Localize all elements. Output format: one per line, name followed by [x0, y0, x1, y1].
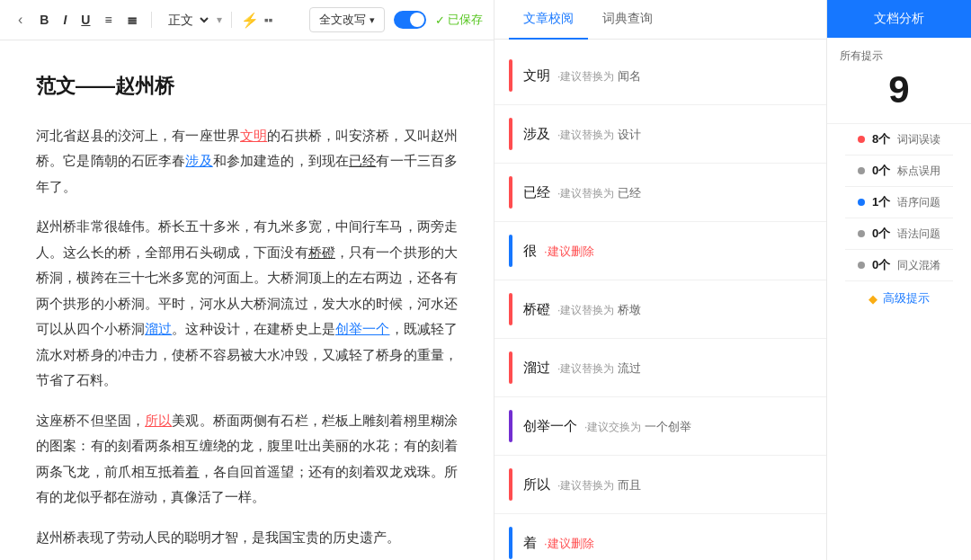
correction-item-liuguo[interactable]: 溜过 ·建议替换为 流过 [494, 339, 826, 397]
word-label: 桥磴 [523, 301, 550, 316]
divider1 [151, 12, 152, 28]
style-select[interactable]: 正文 [161, 9, 211, 31]
correction-item-suoyi[interactable]: 所以 ·建议替换为 而且 [494, 456, 826, 514]
word-chuangju[interactable]: 创举一个 [335, 321, 390, 336]
label-5: 同义混淆 [897, 258, 940, 273]
advanced-label: 高级提示 [883, 290, 930, 307]
stats-item-语法问题: 0个 语法问题 [845, 218, 953, 250]
dot-red-1 [858, 136, 865, 143]
bar-wenming [509, 59, 512, 92]
italic-button[interactable]: I [58, 10, 71, 30]
toggle-switch[interactable] [394, 11, 426, 29]
divider2 [231, 12, 232, 28]
suggest-value: 闻名 [618, 69, 641, 83]
label-2: 标点误用 [897, 164, 940, 179]
suggest-value: 而且 [618, 478, 641, 492]
tab-correction[interactable]: 文章校阅 [509, 0, 588, 40]
suggest-label: ·建议替换为 [557, 187, 614, 200]
word-yijing: 已经 [349, 153, 376, 168]
suggest-label: ·建议删除 [544, 537, 594, 550]
correction-item-chuangju[interactable]: 创举一个 ·建议交换为 一个创举 [494, 397, 826, 456]
word-liuguo[interactable]: 溜过 [145, 321, 172, 336]
word-label: 创举一个 [523, 418, 577, 433]
count-2: 0个 [872, 163, 890, 179]
underline-button[interactable]: U [76, 10, 94, 30]
word-sheji[interactable]: 涉及 [185, 153, 212, 168]
dot-blue-3 [858, 199, 865, 206]
article-para3: 这座桥不但坚固，所以美观。桥面两侧有石栏，栏板上雕刻着栩里糊涂的图案：有的刻看两… [36, 408, 458, 511]
word-label: 溜过 [523, 360, 550, 375]
suggest-label: ·建议替换为 [557, 129, 614, 141]
more-icon[interactable]: ▪▪ [264, 13, 273, 27]
lightning-icon[interactable]: ⚡ [241, 12, 259, 29]
tab-dictionary[interactable]: 词典查询 [588, 0, 667, 40]
full-rewrite-button[interactable]: 全文改写 ▾ [309, 7, 385, 32]
bar-suoyi [509, 468, 512, 501]
correction-item-sheji[interactable]: 涉及 ·建议替换为 设计 [494, 105, 826, 164]
stats-item-标点误用: 0个 标点误用 [845, 156, 953, 187]
suggest-label: ·建议交换为 [584, 421, 641, 433]
count-1: 8个 [872, 131, 890, 147]
stats-item-同义混淆: 0个 同义混淆 [845, 250, 953, 281]
suggest-value: 已经 [618, 186, 641, 200]
label-3: 语序问题 [897, 195, 940, 210]
bar-sheji [509, 118, 512, 150]
correction-item-yijing[interactable]: 已经 ·建议替换为 已经 [494, 164, 826, 222]
correction-item-qiaodun[interactable]: 桥磴 ·建议替换为 桥墩 [494, 280, 826, 339]
total-count: 9 [840, 67, 958, 112]
suggest-value: 桥墩 [618, 303, 641, 316]
stats-item-词词误读: 8个 词词误读 [845, 124, 953, 156]
word-suoyi[interactable]: 所以 [145, 413, 172, 428]
list1-button[interactable]: ≡ [100, 10, 116, 30]
article-para2: 赵州桥非常很雄伟。桥长五十多米，有九米多宽，中间行车马，两旁走人。这么长的桥，全… [36, 214, 458, 394]
word-zhe: 着 [185, 464, 199, 479]
stats-item-语序问题: 1个 语序问题 [845, 187, 953, 218]
all-hints-section: 所有提示 9 [827, 38, 971, 124]
word-label: 涉及 [523, 126, 550, 141]
dropdown-arrow: ▾ [370, 14, 375, 26]
word-label: 很 [523, 243, 537, 258]
correction-item-zhe[interactable]: 着 ·建议删除 [494, 514, 826, 560]
article-para4: 赵州桥表现了劳动人民的聪明才智，是我国宝贵的历史遗产。 [36, 525, 458, 551]
suggest-value: 设计 [618, 128, 641, 141]
list2-button[interactable]: ≣ [122, 10, 142, 30]
correction-item-wenming[interactable]: 文明 ·建议替换为 闻名 [494, 47, 826, 105]
suggest-label: ·建议替换为 [557, 479, 614, 492]
bold-button[interactable]: B [35, 10, 53, 30]
saved-status: ✓ 已保存 [435, 12, 483, 28]
suggest-label: ·建议替换为 [557, 362, 614, 375]
full-rewrite-label: 全文改写 [319, 12, 366, 28]
bar-zhe [509, 527, 512, 559]
correction-item-hen[interactable]: 很 ·建议删除 [494, 222, 826, 280]
word-wenming[interactable]: 文明 [240, 128, 267, 143]
suggest-value: 流过 [618, 361, 641, 375]
style-dropdown-icon[interactable]: ▾ [217, 13, 222, 26]
editor-content[interactable]: 范文——赵州桥 河北省赵县的洨河上，有一座世界文明的石拱桥，叫安济桥，又叫赵州桥… [0, 40, 494, 560]
bar-hen [509, 235, 512, 267]
correction-panel: 文章校阅 词典查询 文明 ·建议替换为 闻名 涉及 ·建议替换为 设计 已经 · [494, 0, 827, 560]
bar-chuangju [509, 410, 512, 442]
count-5: 0个 [872, 257, 890, 273]
advanced-hints-button[interactable]: ◆ 高级提示 [856, 281, 942, 316]
dot-grey-5 [858, 262, 865, 269]
count-3: 1个 [872, 194, 890, 210]
word-label: 所以 [523, 476, 550, 492]
bar-qiaodun [509, 293, 512, 325]
all-hints-label: 所有提示 [840, 49, 958, 64]
editor-panel: ‹ B I U ≡ ≣ 正文 ▾ ⚡ ▪▪ 全文改写 ▾ ✓ 已保存 范文——赵… [0, 0, 494, 560]
article-para1: 河北省赵县的洨河上，有一座世界文明的石拱桥，叫安济桥，又叫赵州桥。它是隋朝的石匠… [36, 123, 458, 200]
word-label: 文明 [523, 67, 550, 83]
toolbar-right: 全文改写 ▾ ✓ 已保存 [309, 7, 483, 32]
back-button[interactable]: ‹ [11, 8, 30, 31]
suggest-label: ·建议替换为 [557, 304, 614, 316]
document-analysis-button[interactable]: 文档分析 [827, 0, 971, 38]
suggest-label: ·建议删除 [544, 244, 594, 258]
suggest-label: ·建议替换为 [557, 70, 614, 83]
bar-liuguo [509, 351, 512, 384]
correction-tabs: 文章校阅 词典查询 [494, 0, 826, 40]
word-label: 已经 [523, 184, 550, 200]
diamond-icon: ◆ [869, 292, 877, 306]
suggest-value: 一个创举 [645, 420, 691, 433]
stats-panel: 文档分析 所有提示 9 8个 词词误读 0个 标点误用 1个 语序问题 0个 语… [827, 0, 971, 560]
word-qiaodun: 桥磴 [308, 244, 335, 260]
